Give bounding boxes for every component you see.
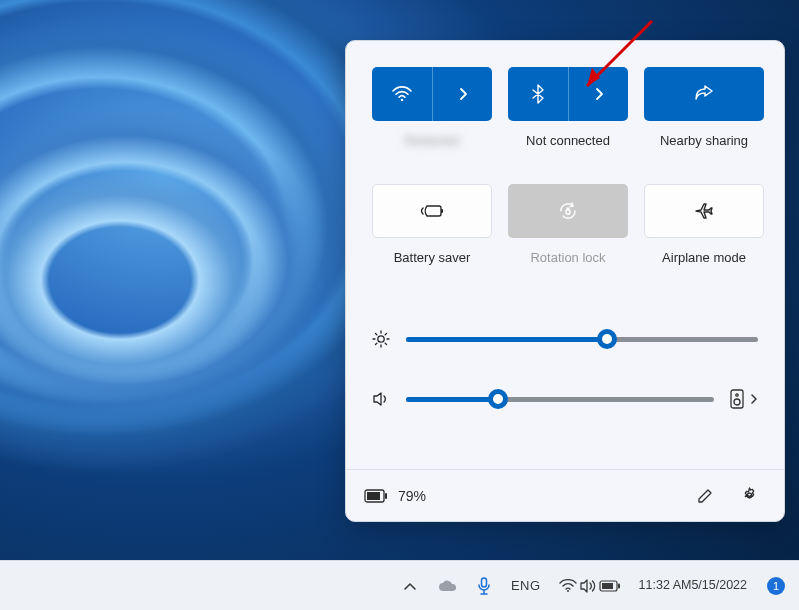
rotation-lock-tile [508, 184, 628, 238]
brightness-slider-thumb[interactable] [597, 329, 617, 349]
wifi-expand[interactable] [432, 67, 492, 121]
rotation-lock-label: Rotation lock [530, 250, 605, 265]
volume-slider-row [372, 369, 758, 429]
wifi-label: Redacted [404, 133, 460, 148]
battery-saver-tile[interactable] [372, 184, 492, 238]
notification-badge: 1 [767, 577, 785, 595]
chevron-right-icon [594, 87, 604, 101]
tray-overflow-button[interactable] [397, 566, 423, 606]
volume-icon [579, 578, 597, 594]
audio-output-icon[interactable] [730, 389, 744, 409]
tray-microphone[interactable] [471, 566, 497, 606]
quick-settings-panel: Redacted Not connected [345, 40, 785, 522]
notification-center-button[interactable]: 1 [761, 566, 791, 606]
taskbar: ENG 11:32 AM 5/15/2022 1 [0, 560, 799, 610]
gear-icon [741, 487, 758, 504]
brightness-slider-row [372, 309, 758, 369]
svg-point-0 [401, 99, 403, 101]
edit-quick-settings-button[interactable] [688, 479, 722, 513]
airplane-icon [694, 201, 714, 221]
battery-icon[interactable] [364, 489, 388, 503]
tray-language[interactable]: ENG [505, 566, 547, 606]
airplane-mode-tile[interactable] [644, 184, 764, 238]
svg-point-5 [736, 394, 738, 396]
nearby-sharing-label: Nearby sharing [660, 133, 748, 148]
battery-saver-label: Battery saver [394, 250, 471, 265]
pencil-icon [697, 488, 713, 504]
cloud-icon [437, 579, 457, 593]
battery-icon [599, 580, 621, 592]
wifi-tile[interactable] [372, 67, 492, 121]
svg-rect-1 [441, 209, 443, 213]
settings-button[interactable] [732, 479, 766, 513]
bluetooth-icon [532, 84, 544, 104]
bluetooth-toggle[interactable] [508, 67, 568, 121]
share-icon [694, 85, 714, 103]
tray-system-icons[interactable] [555, 566, 625, 606]
battery-saver-icon [420, 203, 444, 219]
svg-rect-8 [367, 492, 380, 500]
airplane-mode-label: Airplane mode [662, 250, 746, 265]
svg-rect-2 [566, 210, 570, 214]
chevron-right-icon [458, 87, 468, 101]
microphone-icon [477, 577, 491, 595]
battery-percent: 79% [398, 488, 426, 504]
nearby-sharing-tile[interactable] [644, 67, 764, 121]
svg-rect-13 [481, 578, 486, 587]
rotation-lock-icon [558, 201, 578, 221]
svg-rect-9 [385, 493, 387, 499]
volume-slider[interactable] [406, 397, 714, 402]
wifi-icon [392, 86, 412, 102]
volume-slider-thumb[interactable] [488, 389, 508, 409]
chevron-right-icon[interactable] [750, 393, 758, 405]
tray-clock[interactable]: 11:32 AM 5/15/2022 [633, 566, 753, 606]
clock-date: 5/15/2022 [691, 578, 747, 593]
panel-footer: 79% [346, 469, 784, 521]
brightness-icon [372, 330, 390, 348]
bluetooth-expand[interactable] [568, 67, 628, 121]
volume-icon [372, 390, 390, 408]
wifi-icon [559, 579, 577, 593]
svg-point-3 [378, 336, 384, 342]
clock-time: 11:32 AM [639, 578, 692, 593]
tray-onedrive[interactable] [431, 566, 463, 606]
svg-rect-17 [618, 583, 620, 588]
brightness-slider[interactable] [406, 337, 758, 342]
bluetooth-tile[interactable] [508, 67, 628, 121]
svg-point-6 [734, 399, 740, 405]
svg-rect-16 [602, 583, 613, 589]
chevron-up-icon [403, 581, 417, 591]
bluetooth-label: Not connected [526, 133, 610, 148]
svg-point-14 [567, 590, 569, 592]
wifi-toggle[interactable] [372, 67, 432, 121]
